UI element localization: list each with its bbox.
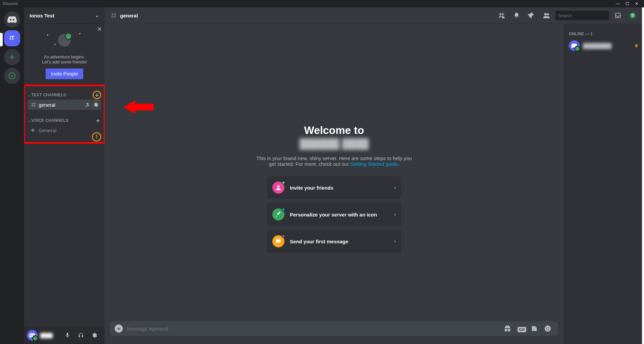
create-invite-icon[interactable] bbox=[85, 102, 90, 107]
pin-icon bbox=[528, 12, 535, 19]
mute-mic-button[interactable] bbox=[64, 332, 75, 338]
welcome-card-personalize[interactable]: Personalize your server with an icon › bbox=[267, 203, 401, 226]
window-minimize-button[interactable]: — bbox=[613, 0, 623, 7]
text-channel-general[interactable]: general bbox=[28, 100, 101, 110]
welcome-description: This is your brand new, shiny server. He… bbox=[254, 155, 415, 167]
annotation-circle: ＋ bbox=[93, 91, 101, 99]
annotation-highlight-box: ⌄ Text Channels ＋ general ⌄ Vo bbox=[24, 85, 105, 144]
chevron-right-icon: › bbox=[394, 185, 396, 191]
chevron-right-icon: › bbox=[394, 211, 396, 217]
discord-logo-icon bbox=[571, 43, 577, 48]
card-label: Invite your friends bbox=[290, 185, 389, 191]
member-row[interactable]: ████████ ♛ bbox=[566, 39, 641, 52]
member-list-toggle[interactable] bbox=[540, 12, 553, 19]
user-panel: ████ bbox=[24, 327, 105, 344]
inbox-button[interactable] bbox=[612, 12, 624, 19]
create-voice-channel-button[interactable]: ＋ bbox=[95, 116, 101, 125]
deafen-button[interactable] bbox=[78, 332, 89, 338]
svg-point-8 bbox=[548, 328, 549, 329]
chevron-down-icon: ⌄ bbox=[95, 12, 99, 18]
welcome-server-name: ██████ ████ bbox=[300, 139, 369, 149]
pinned-messages-button[interactable] bbox=[525, 12, 537, 19]
gear-icon[interactable] bbox=[93, 102, 98, 107]
discord-logo-icon bbox=[7, 16, 17, 23]
server-name: Ionos Test bbox=[30, 13, 54, 18]
people-icon bbox=[543, 12, 550, 19]
self-username: ████ bbox=[40, 333, 62, 338]
annotation-exclamation-badge: ! bbox=[92, 133, 101, 141]
invite-people-button[interactable]: Invite People bbox=[46, 68, 84, 79]
user-settings-button[interactable] bbox=[91, 332, 102, 338]
discord-logo-icon bbox=[29, 333, 35, 338]
getting-started-link[interactable]: Getting Started guide bbox=[350, 161, 398, 167]
attach-file-button[interactable]: ＋ bbox=[115, 325, 123, 333]
text-channels-label: Text Channels bbox=[31, 93, 66, 97]
channel-name: General bbox=[39, 128, 56, 133]
welcome-screen: Welcome to ██████ ████ This is your bran… bbox=[105, 23, 564, 321]
window-maximize-button[interactable]: ☐ bbox=[623, 0, 632, 7]
gift-button[interactable] bbox=[504, 325, 513, 332]
close-invite-card-button[interactable]: ✕ bbox=[97, 26, 102, 33]
online-header: Online — 1 bbox=[566, 29, 641, 39]
chevron-down-icon: ⌄ bbox=[28, 93, 31, 97]
message-compose-box: ＋ GIF bbox=[110, 321, 558, 336]
home-button[interactable] bbox=[4, 11, 20, 28]
personalize-icon bbox=[272, 208, 284, 220]
invite-card-line2: Let's add some friends! bbox=[30, 59, 99, 64]
hash-icon bbox=[110, 12, 117, 19]
app-title: Discord bbox=[3, 1, 18, 6]
chat-main: Welcome to ██████ ████ This is your bran… bbox=[105, 23, 564, 344]
gift-icon bbox=[504, 325, 511, 332]
server-rail: IT bbox=[0, 7, 24, 344]
server-header[interactable]: Ionos Test ⌄ bbox=[24, 7, 105, 23]
member-list: Online — 1 ████████ ♛ bbox=[564, 23, 644, 344]
member-name: ████████ bbox=[583, 43, 631, 49]
explore-servers-button[interactable] bbox=[4, 68, 20, 84]
gear-icon bbox=[91, 332, 97, 338]
invite-friends-icon bbox=[272, 182, 284, 194]
svg-text:?: ? bbox=[631, 13, 634, 17]
channel-name: general bbox=[39, 102, 55, 108]
create-text-channel-button[interactable]: ＋ bbox=[93, 91, 101, 99]
invite-friends-card: ✕ An adventure begins. Let's add some fr… bbox=[24, 23, 105, 85]
inbox-icon bbox=[614, 12, 621, 19]
threads-icon bbox=[498, 12, 505, 19]
add-server-button[interactable] bbox=[4, 49, 20, 65]
channel-list: ⌄ Text Channels ＋ general ⌄ Vo bbox=[24, 85, 105, 327]
sticker-button[interactable] bbox=[531, 325, 540, 332]
notifications-button[interactable] bbox=[511, 12, 523, 19]
channel-sidebar: Ionos Test ⌄ ✕ An adventure begins. Let'… bbox=[24, 7, 105, 344]
emoji-button[interactable] bbox=[544, 325, 553, 332]
server-item-ionos-test[interactable]: IT bbox=[4, 30, 20, 46]
welcome-card-first-message[interactable]: Send your first message › bbox=[267, 230, 401, 253]
voice-channels-category[interactable]: ⌄ Voice Channels ＋ bbox=[25, 114, 104, 125]
invite-card-line1: An adventure begins. bbox=[30, 54, 99, 59]
search-input[interactable] bbox=[558, 13, 614, 18]
gif-button[interactable]: GIF bbox=[517, 325, 527, 333]
headphones-icon bbox=[78, 332, 84, 338]
svg-point-6 bbox=[545, 326, 551, 332]
self-avatar[interactable] bbox=[27, 330, 38, 341]
help-button[interactable]: ? bbox=[627, 12, 639, 19]
search-box[interactable] bbox=[555, 11, 609, 20]
card-label: Send your first message bbox=[290, 239, 389, 244]
sticker-icon bbox=[531, 325, 538, 332]
voice-channel-general[interactable]: General bbox=[28, 125, 101, 135]
window-close-button[interactable]: ✕ bbox=[632, 0, 641, 7]
main-column: general ? bbox=[105, 7, 644, 344]
text-channels-category[interactable]: ⌄ Text Channels ＋ bbox=[25, 88, 104, 99]
chevron-down-icon: ⌄ bbox=[28, 119, 31, 122]
server-initials: IT bbox=[10, 35, 14, 41]
plus-icon bbox=[9, 54, 15, 60]
server-owner-crown-icon: ♛ bbox=[634, 43, 639, 48]
gif-icon: GIF bbox=[518, 327, 526, 332]
message-input[interactable] bbox=[127, 326, 500, 332]
member-avatar bbox=[569, 40, 580, 51]
chevron-right-icon: › bbox=[394, 238, 396, 244]
threads-button[interactable] bbox=[495, 12, 508, 19]
bell-icon bbox=[513, 12, 520, 19]
first-message-icon bbox=[272, 235, 284, 247]
card-label: Personalize your server with an icon bbox=[290, 212, 389, 217]
welcome-card-invite-friends[interactable]: Invite your friends › bbox=[267, 176, 401, 199]
emoji-icon bbox=[544, 325, 551, 332]
